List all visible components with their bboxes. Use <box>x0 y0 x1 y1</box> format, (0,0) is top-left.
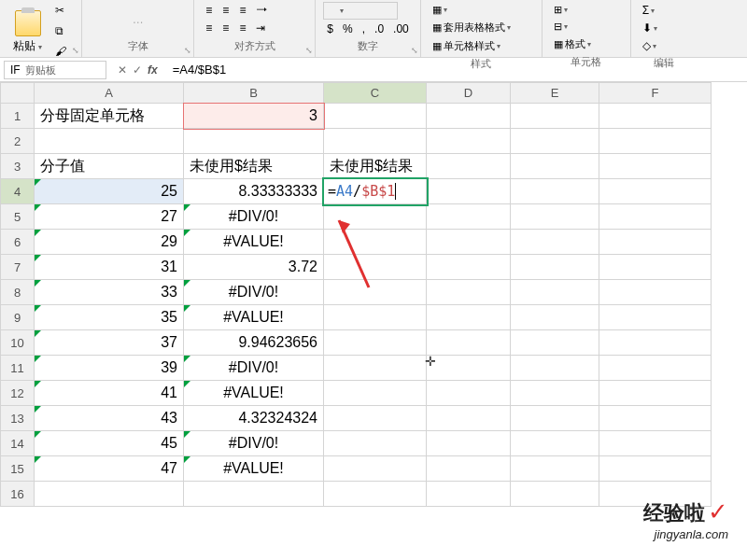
cell-B6[interactable]: #VALUE! <box>184 230 324 255</box>
row-header-7[interactable]: 7 <box>1 255 35 280</box>
cell-D16[interactable] <box>427 482 511 507</box>
cell-B9[interactable]: #VALUE! <box>184 305 324 330</box>
cell-E6[interactable] <box>511 230 599 255</box>
cell-B16[interactable] <box>184 482 324 507</box>
cell-F10[interactable] <box>599 330 712 356</box>
row-header-15[interactable]: 15 <box>1 456 35 482</box>
comma-button[interactable]: , <box>359 21 369 37</box>
row-header-3[interactable]: 3 <box>1 154 35 179</box>
cell-B2[interactable] <box>184 129 324 154</box>
cell-B11[interactable]: #DIV/0! <box>184 356 324 381</box>
conditional-format-button[interactable]: ▦ ▾ <box>429 2 451 18</box>
cell-C11[interactable] <box>324 356 427 381</box>
cell-E12[interactable] <box>511 381 599 406</box>
cell-F9[interactable] <box>599 305 712 330</box>
cell-F14[interactable] <box>599 431 712 456</box>
cell-B1[interactable]: 3 <box>184 104 324 129</box>
cell-E10[interactable] <box>511 330 599 356</box>
cell-B3[interactable]: 未使用$结果 <box>184 154 324 179</box>
cell-A4[interactable]: 25 <box>35 179 184 204</box>
font-launcher[interactable]: ⤡ <box>184 46 191 55</box>
cell-A6[interactable]: 29 <box>35 230 184 255</box>
copy-button[interactable]: ⧉ <box>51 22 74 41</box>
row-header-12[interactable]: 12 <box>1 381 35 406</box>
cell-A8[interactable]: 33 <box>35 280 184 305</box>
cell-A10[interactable]: 37 <box>35 330 184 356</box>
cell-D6[interactable] <box>427 230 511 255</box>
cell-C16[interactable] <box>324 482 427 507</box>
cell-C7[interactable] <box>324 255 427 280</box>
cell-F1[interactable] <box>599 104 712 129</box>
cell-A12[interactable]: 41 <box>35 381 184 406</box>
autosum-button[interactable]: Σ ▾ <box>639 2 658 19</box>
cell-A14[interactable]: 45 <box>35 431 184 456</box>
cell-C5[interactable] <box>324 204 427 230</box>
cell-F7[interactable] <box>599 255 712 280</box>
cell-D5[interactable] <box>427 204 511 230</box>
paste-button[interactable]: 粘贴 ▾ <box>7 8 48 56</box>
align-top-button[interactable]: ≡ <box>202 2 216 19</box>
clipboard-launcher[interactable]: ⤡ <box>72 46 79 55</box>
align-bottom-button[interactable]: ≡ <box>235 2 249 19</box>
cell-C2[interactable] <box>324 129 427 154</box>
cell-B12[interactable]: #VALUE! <box>184 381 324 406</box>
decrease-decimal-button[interactable]: .00 <box>389 21 413 37</box>
cell-E15[interactable] <box>511 456 599 482</box>
row-header-1[interactable]: 1 <box>1 104 35 129</box>
row-header-4[interactable]: 4 <box>1 179 35 204</box>
row-header-6[interactable]: 6 <box>1 230 35 255</box>
align-middle-button[interactable]: ≡ <box>218 2 233 19</box>
cell-A13[interactable]: 43 <box>35 406 184 431</box>
cell-E4[interactable] <box>511 179 599 204</box>
cell-D13[interactable] <box>427 406 511 431</box>
cell-A15[interactable]: 47 <box>35 456 184 482</box>
cell-B14[interactable]: #DIV/0! <box>184 431 324 456</box>
cell-F5[interactable] <box>599 204 712 230</box>
percent-button[interactable]: % <box>339 21 357 37</box>
column-header-E[interactable]: E <box>511 83 599 104</box>
cell-C8[interactable] <box>324 280 427 305</box>
cell-E14[interactable] <box>511 431 599 456</box>
column-header-F[interactable]: F <box>599 83 712 104</box>
row-header-5[interactable]: 5 <box>1 204 35 230</box>
cell-F13[interactable] <box>599 406 712 431</box>
row-header-14[interactable]: 14 <box>1 431 35 456</box>
cell-A7[interactable]: 31 <box>35 255 184 280</box>
format-cells-button[interactable]: ▦ 格式 ▾ <box>550 35 595 53</box>
column-header-D[interactable]: D <box>427 83 511 104</box>
row-header-2[interactable]: 2 <box>1 129 35 154</box>
cell-D7[interactable] <box>427 255 511 280</box>
cell-B4[interactable]: 8.33333333 <box>184 179 324 204</box>
cell-D14[interactable] <box>427 431 511 456</box>
cell-C9[interactable] <box>324 305 427 330</box>
cell-C10[interactable] <box>324 330 427 356</box>
cell-D11[interactable] <box>427 356 511 381</box>
format-painter-button[interactable]: 🖌 <box>51 43 74 62</box>
cell-F15[interactable] <box>599 456 712 482</box>
align-left-button[interactable]: ≡ <box>202 20 216 36</box>
cell-B15[interactable]: #VALUE! <box>184 456 324 482</box>
row-header-8[interactable]: 8 <box>1 280 35 305</box>
cell-styles-button[interactable]: ▦ 单元格样式 ▾ <box>429 37 504 55</box>
cell-B7[interactable]: 3.72 <box>184 255 324 280</box>
cell-F11[interactable] <box>599 356 712 381</box>
cell-C4[interactable]: =A4/$B$1 <box>324 179 427 204</box>
cut-button[interactable]: ✂ <box>51 2 74 21</box>
cell-C3[interactable]: 未使用$结果 <box>324 154 427 179</box>
orientation-button[interactable]: ⭢ <box>252 2 271 19</box>
table-format-button[interactable]: ▦ 套用表格格式 ▾ <box>429 19 514 36</box>
cell-C1[interactable] <box>324 104 427 129</box>
clear-button[interactable]: ◇ ▾ <box>639 37 660 54</box>
cell-E13[interactable] <box>511 406 599 431</box>
cell-E3[interactable] <box>511 154 599 179</box>
cell-A3[interactable]: 分子值 <box>35 154 184 179</box>
cell-A16[interactable] <box>35 482 184 507</box>
number-format-dropdown[interactable]: ▾ <box>323 2 398 20</box>
cell-E7[interactable] <box>511 255 599 280</box>
cell-C14[interactable] <box>324 431 427 456</box>
cell-E16[interactable] <box>511 482 599 507</box>
cell-E1[interactable] <box>511 104 599 129</box>
cell-D12[interactable] <box>427 381 511 406</box>
row-header-16[interactable]: 16 <box>1 482 35 507</box>
cell-A1[interactable]: 分母固定单元格 <box>35 104 184 129</box>
